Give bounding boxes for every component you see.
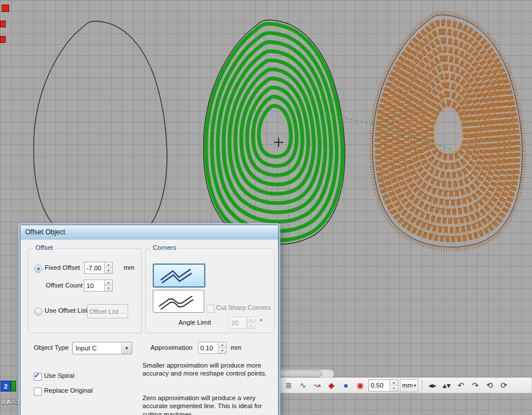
angle-limit-stepper[interactable]: ▲ ▼: [229, 317, 255, 329]
spin-down-icon[interactable]: ▼: [219, 348, 226, 353]
crosshair-cursor: [274, 138, 283, 147]
replace-original-label: Replace Original: [44, 387, 93, 394]
angle-limit-label: Angle Limit: [178, 319, 211, 326]
use-offset-list-label: Use Offset List: [45, 307, 88, 314]
rotate-right-90-icon[interactable]: ⟳: [497, 379, 510, 392]
offset-count-input[interactable]: [85, 280, 104, 291]
mirror-horizontal-icon[interactable]: ◂▸: [426, 379, 439, 392]
palette-red-chip[interactable]: [0, 36, 6, 43]
unit-label: mm: [402, 382, 412, 389]
approximation-label: Approximation: [150, 344, 193, 351]
offset-group: Offset Fixed Offset ▲ ▼ mm Offset Count …: [28, 248, 142, 333]
spin-down-icon[interactable]: ▼: [247, 323, 255, 328]
fixed-offset-radio[interactable]: [34, 265, 42, 273]
spin-up-icon[interactable]: ▲: [219, 342, 226, 348]
offset-ring[interactable]: [259, 106, 291, 157]
chevron-down-icon: ▾: [414, 383, 416, 388]
palette-red-chip[interactable]: [0, 21, 6, 27]
use-offset-list-radio[interactable]: [34, 308, 42, 316]
stitch-sequence-icon[interactable]: ≣: [282, 379, 295, 392]
use-spiral-checkbox[interactable]: ✓: [34, 373, 42, 381]
offset-object-dialog: Offset Object Offset Fixed Offset ▲ ▼ mm…: [20, 225, 279, 415]
spin-down-icon[interactable]: ▼: [105, 286, 112, 291]
spin-up-icon[interactable]: ▲: [105, 262, 112, 268]
toolbar-left-icons: ≣∿↝◆●◉: [282, 379, 367, 392]
fixed-offset-input[interactable]: [85, 262, 104, 273]
fixed-offset-label: Fixed Offset: [45, 264, 80, 271]
object-type-dropdown[interactable]: Input C ▼: [72, 342, 132, 354]
corners-group: Corners Cut Sharp Corners Angle Limit ▲ …: [145, 248, 275, 333]
rotate-left-90-icon[interactable]: ⟲: [483, 379, 496, 392]
approximation-unit: mm: [231, 344, 241, 351]
object-type-value: Input C: [73, 345, 121, 352]
bottom-toolbar: ≣∿↝◆●◉ ▲ ▼ mm ▾ ◂▸▴▾↶↷⟲⟳: [279, 377, 532, 393]
corner-style-cut-button[interactable]: [153, 290, 204, 313]
end-marker-icon[interactable]: ●: [339, 379, 352, 392]
offset-ring[interactable]: [247, 87, 303, 175]
fixed-offset-unit: mm: [124, 264, 134, 271]
palette-red-chip[interactable]: [2, 5, 9, 12]
approximation-note-1: Smaller approximation will produce more …: [142, 361, 274, 378]
palette-color-3-partial[interactable]: [11, 381, 16, 392]
corners-group-label: Corners: [150, 244, 178, 251]
cut-sharp-corners-label: Cut Sharp Corners: [216, 304, 271, 311]
replace-original-checkbox[interactable]: [34, 388, 42, 396]
chevron-down-icon[interactable]: ▼: [121, 342, 132, 354]
spin-down-icon[interactable]: ▼: [390, 386, 398, 391]
spin-down-icon[interactable]: ▼: [105, 268, 112, 273]
dialog-title: Offset Object: [25, 228, 65, 236]
outline-shape[interactable]: [34, 21, 167, 246]
zigzag-stitch-icon[interactable]: ∿: [296, 379, 309, 392]
offset-group-label: Offset: [33, 244, 55, 251]
run-stitch-icon[interactable]: ↝: [311, 379, 324, 392]
outline-width-input[interactable]: [369, 380, 390, 391]
embroidery-canvas: { "canvas": { "status_text": "0 A=-14", …: [0, 0, 532, 415]
scrollbar-thumb[interactable]: [279, 370, 322, 377]
check-mark-icon: ✓: [34, 371, 40, 380]
unit-select[interactable]: mm ▾: [400, 379, 418, 392]
palette-color-2[interactable]: 2: [1, 381, 11, 392]
approximation-note-2: Zero approximation will produce a very a…: [142, 394, 274, 415]
outline-width-stepper[interactable]: ▲ ▼: [368, 380, 398, 392]
spin-up-icon[interactable]: ▲: [390, 380, 398, 386]
rotate-left-45-icon[interactable]: ↶: [454, 379, 467, 392]
corner-style-sharp-button[interactable]: [153, 264, 205, 288]
sharp-corner-icon: [156, 267, 202, 284]
toolbar-separator: [422, 380, 422, 391]
angle-limit-unit: °: [260, 318, 263, 325]
start-marker-icon[interactable]: ◆: [325, 379, 338, 392]
offset-list-button[interactable]: Offset List ...: [87, 304, 128, 318]
offset-count-label: Offset Count: [46, 282, 82, 289]
cut-sharp-corners-checkbox[interactable]: [207, 305, 215, 313]
offset-count-stepper[interactable]: ▲ ▼: [84, 280, 113, 292]
color-dot-icon[interactable]: ◉: [354, 379, 367, 392]
cut-corner-icon: [156, 293, 201, 310]
use-spiral-label: Use Spiral: [44, 372, 74, 379]
approximation-input[interactable]: [198, 342, 218, 353]
object-type-label: Object Type: [34, 344, 69, 351]
approximation-stepper[interactable]: ▲ ▼: [198, 342, 227, 354]
rotate-right-45-icon[interactable]: ↷: [469, 379, 482, 392]
mirror-vertical-icon[interactable]: ▴▾: [440, 379, 453, 392]
dialog-titlebar[interactable]: Offset Object: [21, 225, 278, 240]
angle-limit-input[interactable]: [229, 317, 247, 328]
spin-up-icon[interactable]: ▲: [247, 317, 255, 323]
fixed-offset-stepper[interactable]: ▲ ▼: [84, 262, 113, 274]
toolbar-right-icons: ◂▸▴▾↶↷⟲⟳: [426, 379, 510, 392]
spin-up-icon[interactable]: ▲: [105, 280, 112, 286]
